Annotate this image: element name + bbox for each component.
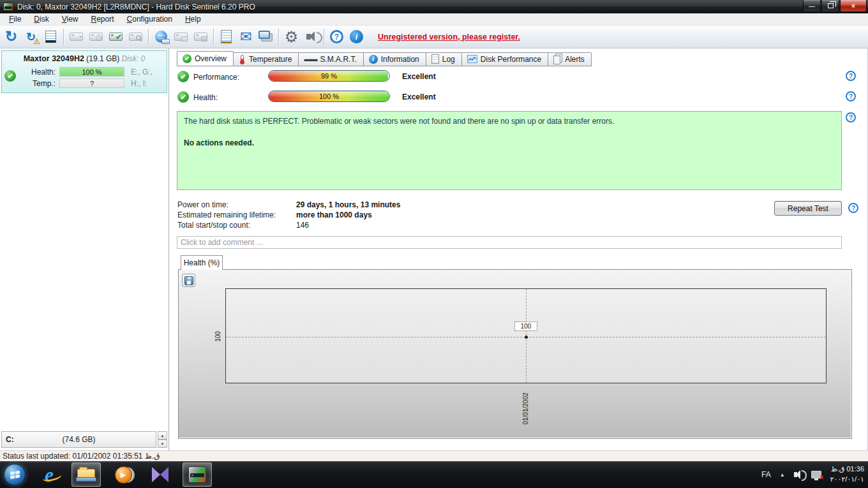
report-button[interactable] (216, 27, 236, 47)
app-icon (3, 3, 13, 11)
sounds-button[interactable] (301, 27, 321, 47)
disk-accept-button[interactable]: ✔ (106, 27, 126, 47)
disk-clock-button[interactable]: ◷ (86, 27, 106, 47)
volume-tray-icon[interactable] (794, 472, 797, 477)
language-indicator[interactable]: FA (761, 470, 771, 479)
health-value: 100 % (269, 92, 389, 100)
details-block: Power on time: 29 days, 1 hours, 13 minu… (177, 200, 842, 230)
email-icon: ✉ (240, 30, 251, 44)
disk-card[interactable]: Maxtor 32049H2 (19.1 GB) Disk: 0 ✔ Healt… (1, 50, 167, 93)
minimize-icon: — (809, 3, 815, 10)
taskbar-internet-explorer[interactable]: e (34, 462, 64, 487)
restore-icon (828, 3, 834, 8)
disk-report-button[interactable] (41, 27, 61, 47)
toolbar: ↻ ↻ ⚠ ◔ ◷ ✔ ✉ ⚙ ? i Unregistered version… (0, 26, 868, 48)
detail-row: Estimated remaining lifetime: more than … (177, 210, 842, 220)
volume-spinner: ▲ ▼ (158, 431, 167, 448)
tab-alerts[interactable]: Alerts (548, 52, 592, 66)
toolbar-separator (213, 29, 214, 45)
titlebar: Disk: 0, Maxtor 32049H2 [L2R8MDNC] - Har… (0, 0, 868, 13)
disk-gauge-icon: ◔ (70, 33, 83, 41)
start-button[interactable] (4, 464, 26, 485)
network-disk-button[interactable] (151, 27, 171, 47)
register-link[interactable]: Unregistered version, please register. (378, 33, 520, 41)
settings-button[interactable]: ⚙ (281, 27, 301, 47)
comment-input[interactable] (177, 236, 842, 249)
down-arrow-icon: ▼ (161, 442, 165, 446)
information-icon: i (369, 55, 378, 64)
menu-report[interactable]: Report (85, 14, 121, 24)
performance-value: 99 % (269, 72, 389, 80)
help-icon[interactable]: ? (846, 112, 856, 122)
chart-save-button[interactable] (182, 274, 195, 287)
menu-configuration[interactable]: Configuration (121, 14, 179, 24)
close-button[interactable]: × (840, 0, 867, 12)
refresh-attention-button[interactable]: ↻ ⚠ (21, 27, 41, 47)
performance-rating: Excellent (402, 72, 436, 81)
help-button[interactable]: ? (327, 27, 347, 47)
spinner-up-button[interactable]: ▲ (158, 431, 167, 440)
tray-time: 01:36 ق.ظ (830, 464, 864, 475)
temp-bar: ? (59, 78, 124, 88)
chart-tab-health[interactable]: Health (%) (181, 255, 223, 270)
temp-label: Temp.: (26, 79, 59, 88)
information-button[interactable]: i (347, 27, 366, 47)
restore-button[interactable] (821, 0, 839, 12)
chart-data-point (525, 336, 528, 339)
tab-disk-performance[interactable]: Disk Performance (462, 52, 548, 66)
menu-view[interactable]: View (56, 14, 85, 24)
status-bar: Status last updated: 01/01/2002 01:35:51… (0, 450, 868, 461)
help-icon[interactable]: ? (848, 203, 858, 213)
network-disk-icon (155, 31, 167, 43)
help-icon[interactable]: ? (846, 71, 856, 81)
performance-row: ✔ Performance: 99 % Excellent ? (169, 70, 867, 85)
network-monitor-button[interactable] (256, 27, 276, 47)
screen: Disk: 0, Maxtor 32049H2 [L2R8MDNC] - Har… (0, 0, 868, 488)
up-arrow-icon: ▲ (161, 434, 165, 438)
drive-letters-2: H:, I: (131, 79, 147, 88)
taskbar-windows-explorer[interactable] (71, 462, 101, 487)
tab-overview[interactable]: ✔ Overview (177, 51, 234, 66)
tab-smart[interactable]: ▬▬ S.M.A.R.T. (299, 52, 363, 66)
tab-log[interactable]: Log (426, 52, 462, 66)
health-bar: 100 % (268, 91, 390, 102)
menu-help[interactable]: Help (179, 14, 207, 24)
disk-gauge-button[interactable]: ◔ (66, 27, 86, 47)
disk-name: Maxtor 32049H2 (24, 54, 84, 63)
volume-c-bar[interactable]: C: (74.6 GB) (1, 431, 156, 448)
health-row: ✔ Health: 100 % Excellent ? (169, 90, 867, 105)
speaker-icon (306, 34, 311, 40)
tray-clock[interactable]: 01:36 ق.ظ ۲۰۰۲/۰۱/۰۱ (830, 464, 864, 485)
send-email-button[interactable]: ✉ (236, 27, 256, 47)
taskbar-kmplayer[interactable] (146, 462, 175, 487)
performance-check-icon: ✔ (177, 71, 189, 82)
repeat-test-button[interactable]: Repeat Test (774, 201, 842, 216)
window-controls: — × (802, 0, 867, 12)
help-icon[interactable]: ? (846, 91, 856, 101)
disk-device-button[interactable] (171, 27, 191, 47)
tab-temperature[interactable]: Temperature (234, 52, 299, 66)
disk-plug-button[interactable] (191, 27, 211, 47)
minimize-button[interactable]: — (803, 0, 821, 12)
detail-row: Total start/stop count: 146 (177, 220, 842, 230)
menu-disk[interactable]: Disk (27, 14, 55, 24)
show-hidden-icons[interactable]: ▲ (780, 472, 785, 478)
tab-information[interactable]: i Information (364, 52, 426, 66)
disk-search-button[interactable] (126, 27, 146, 47)
content-panel: ✔ Overview Temperature ▬▬ S.M.A.R.T. i I… (169, 48, 868, 450)
system-tray: FA ▲ × 01:36 ق.ظ ۲۰۰۲/۰۱/۰۱ (761, 464, 864, 485)
menu-file[interactable]: File (3, 14, 27, 24)
disk-plug-icon (194, 33, 207, 41)
taskbar-media-player[interactable]: ▶ (108, 462, 138, 487)
network-tray-icon[interactable]: × (811, 471, 821, 478)
taskbar-hard-disk-sentinel[interactable] (183, 462, 212, 487)
chart-plot-area: 100 (225, 288, 827, 383)
network-monitor-icon (258, 31, 270, 39)
refresh-button[interactable]: ↻ (1, 27, 21, 47)
menubar: File Disk View Report Configuration Help (0, 13, 868, 26)
log-icon (431, 54, 439, 64)
spinner-down-button[interactable]: ▼ (158, 440, 167, 448)
disk-temp-row: Temp.: ? H:, I: (6, 78, 163, 88)
sidebar: Maxtor 32049H2 (19.1 GB) Disk: 0 ✔ Healt… (0, 48, 169, 450)
warning-icon: ⚠ (33, 37, 40, 46)
